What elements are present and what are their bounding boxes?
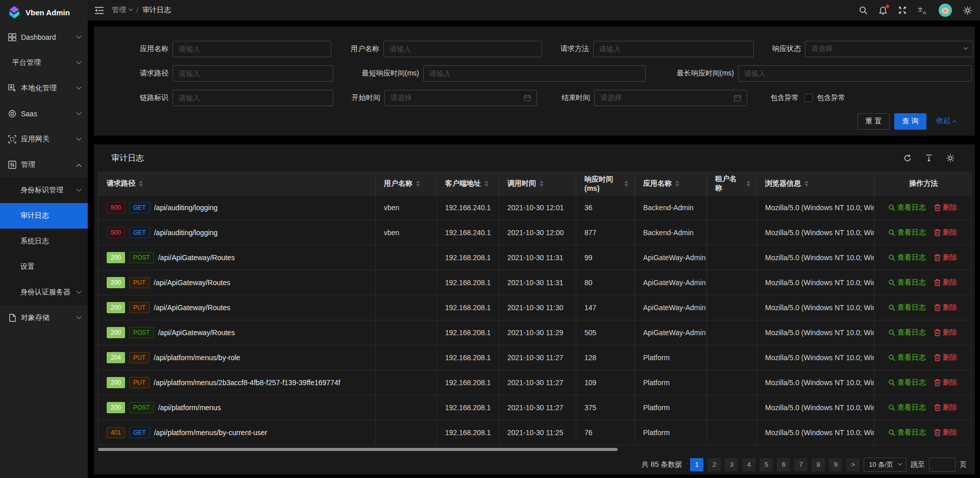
cell-app-name: Backend-Admin xyxy=(635,220,707,245)
sidebar-item-localization[interactable]: 本地化管理 xyxy=(0,76,88,101)
cell-response-ms: 76 xyxy=(576,420,635,445)
view-log-button[interactable]: 查看日志 xyxy=(888,278,926,287)
user-name-input[interactable] xyxy=(383,41,542,57)
delete-button[interactable]: 删除 xyxy=(934,228,957,237)
view-log-button[interactable]: 查看日志 xyxy=(888,403,926,412)
max-response-time-input[interactable] xyxy=(738,65,972,82)
cell-tenant-name xyxy=(707,245,757,270)
menu-fold-icon[interactable] xyxy=(95,7,104,14)
sidebar-item-saas[interactable]: Saas xyxy=(0,101,88,127)
fullscreen-icon[interactable] xyxy=(898,6,906,14)
sidebar-item-system-log[interactable]: 系统日志 xyxy=(0,229,88,254)
trace-id-input[interactable] xyxy=(173,90,333,106)
delete-button[interactable]: 删除 xyxy=(934,403,957,412)
request-path-input[interactable] xyxy=(173,65,333,82)
column-header-7[interactable]: 租户名称 xyxy=(707,172,757,195)
view-log-button[interactable]: 查看日志 xyxy=(888,328,926,337)
end-time-datepicker[interactable]: 请选择 xyxy=(594,90,747,106)
query-button[interactable]: 查 询 xyxy=(894,113,926,130)
breadcrumb: 管理 / 审计日志 xyxy=(112,6,171,15)
scrollbar-thumb[interactable] xyxy=(98,448,618,451)
pagination-page-8[interactable]: 8 xyxy=(812,458,825,471)
column-header-3[interactable]: 客户端地址 xyxy=(437,172,499,195)
column-header-4[interactable]: 调用时间 xyxy=(499,172,576,195)
gear-icon[interactable] xyxy=(963,6,972,15)
delete-button[interactable]: 删除 xyxy=(934,253,957,262)
view-log-button[interactable]: 查看日志 xyxy=(888,428,926,437)
request-path: /api/platform/menus/by-role xyxy=(154,354,240,362)
column-header-8[interactable]: 浏览器信息 xyxy=(757,172,874,195)
pagination-page-3[interactable]: 3 xyxy=(725,458,738,471)
method-badge: GET xyxy=(129,227,150,238)
page-jump-input[interactable] xyxy=(929,458,955,472)
cell-user-name xyxy=(376,370,437,395)
pagination-page-2[interactable]: 2 xyxy=(707,458,721,471)
method-badge: POST xyxy=(129,327,154,338)
sidebar-item-manage[interactable]: 管理 xyxy=(0,152,88,178)
pagination-page-6[interactable]: 6 xyxy=(777,458,790,471)
sidebar-item-audit-log[interactable]: 审计日志 xyxy=(0,203,88,229)
min-response-time-input[interactable] xyxy=(423,65,646,82)
sidebar-item-gateway[interactable]: 应用网关 xyxy=(0,127,88,152)
pagination-page-9[interactable]: 9 xyxy=(829,458,842,471)
view-log-button[interactable]: 查看日志 xyxy=(888,303,926,312)
delete-button[interactable]: 删除 xyxy=(934,378,957,387)
app-name-input[interactable] xyxy=(173,41,331,57)
app-logo[interactable]: Vben Admin xyxy=(0,0,88,24)
table-row: 401GET/api/platform/menus/by-current-use… xyxy=(99,420,971,445)
view-log-button[interactable]: 查看日志 xyxy=(888,228,926,237)
column-height-icon[interactable] xyxy=(925,154,933,162)
table-settings-gear-icon[interactable] xyxy=(946,154,954,162)
breadcrumb-section[interactable]: 管理 xyxy=(112,6,132,15)
user-avatar[interactable] xyxy=(939,4,952,17)
cell-tenant-name xyxy=(707,370,757,395)
sidebar-item-label: 系统日志 xyxy=(20,237,49,246)
delete-button[interactable]: 删除 xyxy=(934,428,957,437)
view-log-button[interactable]: 查看日志 xyxy=(888,378,926,387)
sidebar-item-dashboard[interactable]: Dashboard xyxy=(0,24,88,50)
cell-call-time: 2021-10-30 11:29 xyxy=(499,320,576,345)
sort-icon xyxy=(416,181,420,187)
request-path: /api/ApiGateway/Routes xyxy=(154,279,230,287)
collapse-link[interactable]: 收起 xyxy=(936,116,956,125)
start-time-datepicker[interactable]: 请选择 xyxy=(384,90,537,106)
translate-icon[interactable]: 文A xyxy=(918,6,927,15)
page-size-select[interactable]: 10 条/页 xyxy=(864,458,906,472)
delete-button[interactable]: 删除 xyxy=(934,278,957,287)
view-log-button[interactable]: 查看日志 xyxy=(888,253,926,262)
request-method-input[interactable] xyxy=(593,41,754,57)
column-header-1[interactable]: 请求路径 xyxy=(99,172,376,195)
delete-button[interactable]: 删除 xyxy=(934,328,957,337)
chevron-down-icon xyxy=(964,45,968,49)
cell-call-time: 2021-10-30 11:30 xyxy=(499,295,576,320)
response-status-select[interactable]: 请选择 xyxy=(805,41,973,57)
delete-button[interactable]: 删除 xyxy=(934,353,957,362)
sidebar-item-settings[interactable]: 设置 xyxy=(0,254,88,280)
breadcrumb-current: 审计日志 xyxy=(142,6,171,15)
delete-button[interactable]: 删除 xyxy=(934,303,957,312)
method-badge: PUT xyxy=(129,277,150,288)
refresh-icon[interactable] xyxy=(903,154,912,162)
pagination-page-7[interactable]: 7 xyxy=(794,458,807,471)
chevron-down-icon xyxy=(77,84,82,89)
sidebar-item-object-storage[interactable]: 对象存储 xyxy=(0,305,88,331)
delete-button[interactable]: 删除 xyxy=(934,203,957,212)
cell-response-ms: 128 xyxy=(576,345,635,370)
reset-button[interactable]: 重 置 xyxy=(857,113,890,130)
column-header-5[interactable]: 响应时间(ms) xyxy=(576,172,635,195)
pagination-next-button[interactable]: > xyxy=(846,458,860,471)
pagination-page-4[interactable]: 4 xyxy=(742,458,755,471)
sidebar-item-identity-server[interactable]: 身份认证服务器 xyxy=(0,280,88,305)
search-icon[interactable] xyxy=(859,6,868,15)
sidebar-item-label: Dashboard xyxy=(21,33,56,41)
view-log-button[interactable]: 查看日志 xyxy=(888,203,926,212)
column-header-2[interactable]: 用户名称 xyxy=(376,172,437,195)
sidebar-item-platform[interactable]: 平台管理 xyxy=(0,50,88,76)
include-exception-checkbox[interactable] xyxy=(804,94,813,102)
view-log-button[interactable]: 查看日志 xyxy=(888,353,926,362)
notification-bell-icon[interactable] xyxy=(879,6,887,15)
column-header-6[interactable]: 应用名称 xyxy=(635,172,707,195)
sidebar-item-identity-management[interactable]: 身份标识管理 xyxy=(0,178,88,203)
pagination-page-1[interactable]: 1 xyxy=(690,458,703,471)
pagination-page-5[interactable]: 5 xyxy=(760,458,773,471)
